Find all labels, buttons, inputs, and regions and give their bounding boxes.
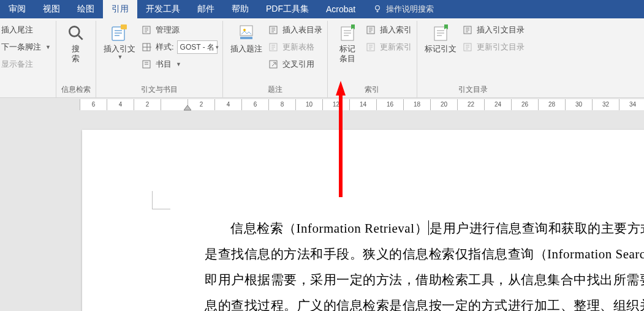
show-notes-button[interactable]: 显示备注 bbox=[1, 56, 51, 72]
label: 显示备注 bbox=[1, 59, 33, 70]
bibliography-button[interactable]: 书目 ▼ bbox=[142, 56, 218, 72]
ribbon-tabbar: 审阅 视图 绘图 引用 开发工具 邮件 帮助 PDF工具集 Acrobat 操作… bbox=[0, 0, 644, 18]
label: 插入尾注 bbox=[1, 24, 33, 36]
mark-entry-icon bbox=[338, 23, 357, 43]
bibliography-icon bbox=[142, 59, 153, 70]
lightbulb-icon bbox=[373, 4, 382, 15]
group-label bbox=[1, 94, 51, 97]
style-value: GOST - 名 bbox=[180, 42, 214, 53]
insert-table-of-figures-button[interactable]: 插入表目录 bbox=[268, 22, 322, 38]
update-index-button[interactable]: 更新索引 bbox=[366, 39, 412, 55]
manage-sources-button[interactable]: 管理源 bbox=[142, 22, 218, 38]
text-line: 信息检索（Information Retrieval） bbox=[230, 221, 428, 236]
group-captions: 插入题注 插入表目录 更新表格 bbox=[223, 21, 328, 97]
mark-citation-button[interactable]: 标记引文 bbox=[422, 22, 459, 55]
svg-rect-9 bbox=[240, 37, 252, 39]
group-label: 引文目录 bbox=[422, 83, 525, 97]
svg-marker-19 bbox=[184, 105, 191, 110]
citation-icon bbox=[110, 23, 129, 43]
tell-me-search[interactable]: 操作说明搜索 bbox=[364, 0, 442, 18]
chevron-down-icon: ▾ bbox=[216, 44, 219, 50]
insert-citation-button[interactable]: 插入引文 ▼ bbox=[101, 22, 138, 62]
mark-citation-icon bbox=[431, 23, 450, 43]
ribbon: 插入尾注 下一条脚注 ▼ 显示备注 搜 索 信息检索 bbox=[0, 18, 644, 98]
cross-ref-icon bbox=[268, 59, 279, 70]
svg-rect-3 bbox=[121, 24, 127, 29]
insert-endnote-button[interactable]: 插入尾注 bbox=[1, 22, 51, 38]
group-table-of-authorities: 标记引文 插入引文目录 更新引文目录 引文目录 bbox=[417, 21, 529, 97]
paragraph-corner-mark bbox=[152, 191, 170, 209]
tab-mailings[interactable]: 邮件 bbox=[189, 0, 223, 18]
label: 交叉引用 bbox=[282, 59, 314, 70]
tab-help[interactable]: 帮助 bbox=[223, 0, 257, 18]
tab-pdftools[interactable]: PDF工具集 bbox=[257, 0, 317, 18]
label: 搜 索 bbox=[72, 44, 80, 64]
label: 标记引文 bbox=[425, 44, 456, 54]
group-research: 搜 索 信息检索 bbox=[56, 21, 96, 97]
group-label: 题注 bbox=[228, 83, 322, 97]
tab-review[interactable]: 审阅 bbox=[0, 0, 34, 18]
chevron-down-icon: ▼ bbox=[45, 44, 51, 50]
document-workspace: 信息检索（Information Retrieval）是用户进行信息查询和获取的… bbox=[0, 111, 644, 311]
svg-point-0 bbox=[376, 6, 380, 10]
search-icon bbox=[66, 23, 86, 43]
svg-point-1 bbox=[69, 26, 79, 36]
citation-style-select[interactable]: GOST - 名 ▾ bbox=[177, 40, 218, 54]
mark-entry-button[interactable]: 标记 条目 bbox=[333, 22, 362, 66]
insert-toa-icon bbox=[463, 24, 474, 36]
label: 插入表目录 bbox=[282, 24, 322, 36]
update-table-button[interactable]: 更新表格 bbox=[268, 39, 322, 55]
insert-index-button[interactable]: 插入索引 bbox=[366, 22, 412, 38]
tof-icon bbox=[268, 24, 279, 36]
ruler-area: 642246810121416182022242628303234 bbox=[0, 98, 644, 111]
label: 插入引文 bbox=[104, 44, 135, 54]
style-icon bbox=[142, 42, 153, 53]
label: 插入索引 bbox=[380, 24, 412, 36]
text-cursor bbox=[428, 220, 429, 235]
insert-toa-button[interactable]: 插入引文目录 bbox=[463, 22, 525, 38]
label: 管理源 bbox=[156, 24, 180, 36]
group-citations: 插入引文 ▼ 管理源 样式: GOST - 名 ▾ bbox=[96, 21, 223, 97]
smart-lookup-button[interactable]: 搜 索 bbox=[61, 22, 91, 66]
chevron-down-icon: ▼ bbox=[117, 54, 123, 61]
style-label: 样式: bbox=[156, 42, 174, 53]
group-label: 引文与书目 bbox=[101, 83, 218, 97]
tab-acrobat[interactable]: Acrobat bbox=[317, 0, 364, 18]
text-line: 即用户根据需要，采用一定的方法，借助检索工具，从信息集合中找出所需要信 bbox=[205, 267, 644, 293]
cross-reference-button[interactable]: 交叉引用 bbox=[268, 56, 322, 72]
update-toa-button[interactable]: 更新引文目录 bbox=[463, 39, 525, 55]
update-toa-icon bbox=[463, 42, 474, 53]
tab-references[interactable]: 引用 bbox=[103, 0, 137, 18]
update-index-icon bbox=[366, 42, 377, 53]
group-label: 索引 bbox=[333, 83, 412, 97]
label: 插入题注 bbox=[230, 44, 262, 54]
document-page[interactable]: 信息检索（Information Retrieval）是用户进行信息查询和获取的… bbox=[82, 130, 644, 311]
group-index: 标记 条目 插入索引 更新索引 索引 bbox=[328, 21, 417, 97]
label: 更新表格 bbox=[282, 42, 314, 53]
label: 更新引文目录 bbox=[477, 42, 525, 53]
tell-me-label: 操作说明搜索 bbox=[386, 4, 434, 15]
label: 下一条脚注 bbox=[1, 42, 41, 53]
first-line-indent-marker[interactable] bbox=[184, 105, 191, 111]
text-line: 是查找信息的方法和手段。狭义的信息检索仅指信息查询（Information Se… bbox=[205, 241, 644, 267]
label: 标记 条目 bbox=[339, 44, 355, 64]
citation-style-row: 样式: GOST - 名 ▾ bbox=[142, 39, 218, 55]
tab-draw[interactable]: 绘图 bbox=[69, 0, 103, 18]
text-line: 息的查找过程。广义的信息检索是信息按一定的方式进行加工、整理、组织并存 bbox=[205, 293, 644, 311]
label: 插入引文目录 bbox=[477, 24, 525, 36]
group-footnotes: 插入尾注 下一条脚注 ▼ 显示备注 bbox=[0, 21, 56, 97]
tab-view[interactable]: 视图 bbox=[34, 0, 69, 18]
document-body-text[interactable]: 信息检索（Information Retrieval）是用户进行信息查询和获取的… bbox=[205, 215, 644, 311]
horizontal-ruler[interactable]: 642246810121416182022242628303234 bbox=[80, 99, 644, 110]
next-footnote-button[interactable]: 下一条脚注 ▼ bbox=[1, 39, 51, 55]
label: 更新索引 bbox=[380, 42, 412, 53]
label: 书目 bbox=[156, 59, 172, 70]
manage-sources-icon bbox=[142, 24, 153, 36]
insert-caption-button[interactable]: 插入题注 bbox=[228, 22, 265, 55]
text-line: 是用户进行信息查询和获取的主要方式， bbox=[430, 221, 644, 236]
update-icon bbox=[268, 42, 279, 53]
insert-index-icon bbox=[366, 24, 377, 36]
caption-icon bbox=[237, 23, 256, 43]
chevron-down-icon: ▼ bbox=[176, 61, 181, 67]
tab-developer[interactable]: 开发工具 bbox=[137, 0, 189, 18]
